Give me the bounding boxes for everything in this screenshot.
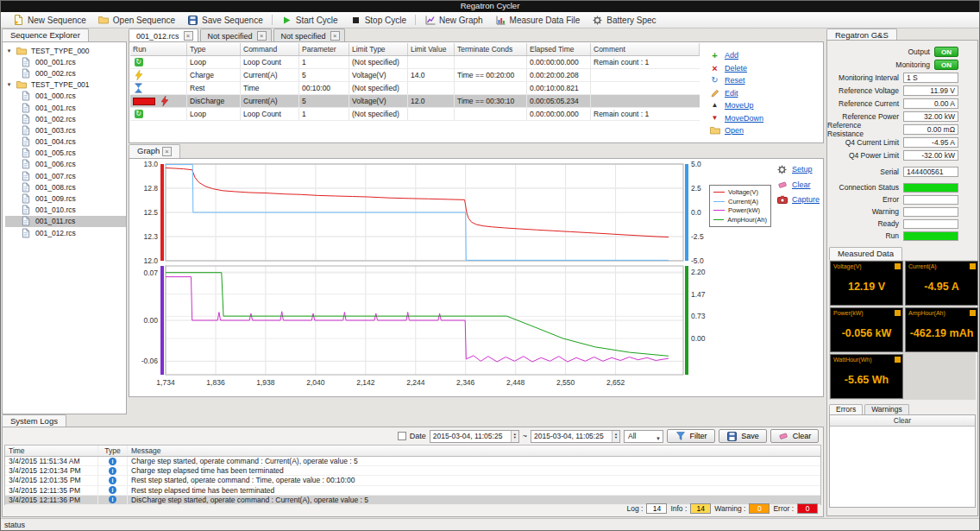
- tree-file-001-005-rcs[interactable]: 001_005.rcs: [5, 148, 126, 159]
- tab-warnings[interactable]: Warnings: [864, 404, 909, 414]
- close-icon[interactable]: ×: [257, 31, 267, 41]
- toolbar-button-open-sequence[interactable]: Open Sequence: [92, 13, 181, 28]
- expander-icon[interactable]: ▾: [5, 81, 13, 88]
- tab-system-logs[interactable]: System Logs: [2, 414, 66, 427]
- log-table-header: TimeTypeMessage: [5, 446, 820, 457]
- col-header-elapsed-time: Elapsed Time: [527, 43, 591, 55]
- sequence-row[interactable]: RestTime00:10:00(Not specified)0.00:10:0…: [130, 82, 700, 95]
- save-button[interactable]: Save: [719, 429, 767, 443]
- measure-value: -0.056 kW: [831, 327, 902, 339]
- q4-current-limit-value[interactable]: -4.95 A: [903, 137, 958, 148]
- sequence-tab-001-012-rcs[interactable]: 001_012.rcs×: [129, 28, 198, 42]
- file-icon: [20, 56, 31, 67]
- tab-errors[interactable]: Errors: [829, 404, 863, 414]
- sequence-row[interactable]: ↻LoopLoop Count1(Not specified)0.00:00:0…: [130, 56, 700, 69]
- open-button[interactable]: Open: [709, 125, 763, 136]
- sequence-tab-not-specified[interactable]: Not specified×: [200, 28, 272, 42]
- tree-file-000-002-rcs[interactable]: 000_002.rcs: [5, 67, 126, 79]
- cell-parameter: 5: [299, 95, 349, 107]
- toolbar-button-label: Start Cycle: [296, 16, 338, 25]
- sequence-tab-not-specified[interactable]: Not specified×: [273, 28, 345, 42]
- log-row[interactable]: 3/4/2015 12:01:34 PMiCharge step elapsed…: [5, 466, 820, 476]
- cell-command: Time: [241, 82, 299, 94]
- tree-folder-test-type-000[interactable]: ▾TEST_TYPE_000: [5, 45, 126, 56]
- filter-button[interactable]: Filter: [667, 429, 715, 443]
- tree-file-000-001-rcs[interactable]: 000_001.rcs: [5, 56, 126, 67]
- serial-value[interactable]: 144400561: [903, 167, 958, 177]
- toolbar-button-measure-data-file[interactable]: Measure Data File: [489, 13, 587, 28]
- reference-resistance-value[interactable]: 0.00 mΩ: [903, 124, 958, 135]
- capture-button[interactable]: Capture: [776, 194, 820, 205]
- log-row[interactable]: 3/4/2015 12:11:35 PMiRest step elapsed t…: [5, 486, 820, 496]
- tree-file-label: 001_001.rcs: [34, 104, 78, 112]
- delete-button[interactable]: ×Delete: [709, 63, 763, 74]
- toolbar-button-stop-cycle[interactable]: Stop Cycle: [344, 13, 412, 28]
- action-label: Add: [725, 51, 738, 60]
- setup-button[interactable]: Setup: [776, 164, 820, 175]
- close-icon[interactable]: ×: [184, 31, 193, 41]
- sequence-row[interactable]: DisChargeCurrent(A)5Voltage(V)12.0Time =…: [130, 95, 700, 108]
- clear-button[interactable]: Clear: [776, 180, 820, 191]
- tree-file-001-009-rcs[interactable]: 001_009.rcs: [5, 193, 126, 204]
- tree-file-001-004-rcs[interactable]: 001_004.rcs: [5, 136, 126, 148]
- sequence-row[interactable]: ChargeCurrent(A)5Voltage(V)14.0Time == 0…: [130, 69, 700, 82]
- toolbar-button-start-cycle[interactable]: Start Cycle: [275, 13, 344, 28]
- log-row[interactable]: 3/4/2015 11:51:34 AMiCharge step started…: [5, 457, 820, 466]
- tab-graph[interactable]: Graph ×: [129, 144, 180, 158]
- reference-current-value[interactable]: 0.00 A: [903, 98, 958, 109]
- errors-clear-button[interactable]: Clear: [830, 415, 975, 427]
- monitoring-on-button[interactable]: ON: [934, 60, 958, 70]
- toolbar-button-battery-spec[interactable]: Battery Spec: [586, 13, 662, 28]
- expander-icon[interactable]: ▾: [5, 47, 13, 54]
- output-on-button[interactable]: ON: [934, 47, 958, 57]
- log-row[interactable]: 3/4/2015 12:01:35 PMiRest step started, …: [5, 476, 820, 485]
- reference-power-value[interactable]: 32.00 kW: [903, 111, 958, 122]
- tree-file-001-001-rcs[interactable]: 001_001.rcs: [5, 102, 126, 113]
- spinner-icon[interactable]: ▲▼: [511, 431, 518, 442]
- sequence-tab-label: Not specified: [208, 32, 253, 41]
- cell-elapsed-time: 0.00:00:00.000: [527, 108, 591, 120]
- add-button[interactable]: +Add: [709, 50, 763, 61]
- legend-swatch: [713, 210, 725, 211]
- tree-file-001-008-rcs[interactable]: 001_008.rcs: [5, 181, 126, 193]
- legend-swatch: [713, 192, 725, 193]
- tree-file-001-010-rcs[interactable]: 001_010.rcs: [5, 205, 126, 216]
- tree-folder-label: TEST_TYPE_001: [29, 80, 91, 89]
- spinner-icon[interactable]: ▲▼: [612, 431, 619, 442]
- stop-cycle-icon: [350, 15, 361, 26]
- title-bar: Regatron Cycler: [0, 0, 980, 12]
- reset-button[interactable]: ↻Reset: [709, 75, 763, 86]
- tree-file-001-000-rcs[interactable]: 001_000.rcs: [5, 91, 126, 102]
- tree-file-001-002-rcs[interactable]: 001_002.rcs: [5, 113, 126, 124]
- clear-button[interactable]: Clear: [770, 429, 819, 443]
- tree-file-001-011-rcs[interactable]: 001_011.rcs: [5, 216, 126, 227]
- monitoring-interval-value[interactable]: 1 S: [903, 73, 958, 83]
- reference-voltage-value[interactable]: 11.99 V: [903, 85, 958, 96]
- q4-power-limit-value[interactable]: -32.00 kW: [903, 150, 958, 161]
- cell-message: Rest step elapsed time has been terminat…: [128, 486, 820, 495]
- date-from-input[interactable]: 2015-03-04, 11:05:25▲▼: [430, 430, 519, 443]
- edit-button[interactable]: Edit: [709, 88, 763, 99]
- toolbar-button-new-graph[interactable]: New Graph: [418, 13, 489, 28]
- log-type-select[interactable]: All▼: [624, 430, 663, 443]
- close-icon[interactable]: ×: [330, 31, 340, 41]
- save-sequence-icon: [187, 15, 198, 26]
- tree-file-001-007-rcs[interactable]: 001_007.rcs: [5, 170, 126, 181]
- cell-limit-value: [408, 56, 455, 68]
- tree-file-001-012-rcs[interactable]: 001_012.rcs: [5, 227, 126, 238]
- sequence-row[interactable]: ↻LoopLoop Count1(Not specified)0.00:00:0…: [130, 108, 700, 121]
- tab-sequence-explorer[interactable]: Sequence Explorer: [2, 28, 89, 41]
- toolbar-button-save-sequence[interactable]: Save Sequence: [181, 13, 269, 28]
- date-to-input[interactable]: 2015-03-04, 11:05:25▲▼: [531, 430, 620, 443]
- moveup-button[interactable]: ▲MoveUp: [709, 100, 763, 111]
- date-checkbox[interactable]: [398, 432, 406, 440]
- tree-file-001-003-rcs[interactable]: 001_003.rcs: [5, 124, 126, 136]
- toolbar-button-new-sequence[interactable]: New Sequence: [7, 13, 92, 28]
- warning-indicator: [903, 207, 958, 217]
- close-icon[interactable]: ×: [162, 147, 172, 156]
- movedown-button[interactable]: ▼MoveDown: [709, 113, 763, 124]
- tree-file-001-006-rcs[interactable]: 001_006.rcs: [5, 159, 126, 170]
- step-rest-icon: [133, 83, 144, 94]
- tree-folder-test-type-001[interactable]: ▾TEST_TYPE_001: [5, 79, 126, 91]
- action-label: Capture: [792, 195, 820, 204]
